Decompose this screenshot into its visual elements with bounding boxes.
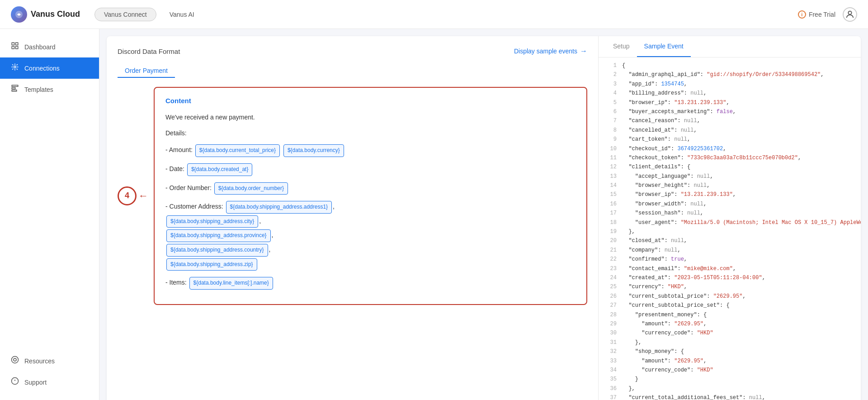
step-arrow-icon: ← <box>138 190 148 202</box>
json-line: 2 "admin_graphql_api_id": "gid://shopify… <box>599 70 861 79</box>
main-content: Discord Data Format Display sample event… <box>99 29 868 400</box>
var-city[interactable]: ${data.body.shipping_address.city} <box>166 215 258 228</box>
info-icon: i <box>798 10 806 19</box>
svg-rect-2 <box>12 43 14 45</box>
right-panel-tabs: Setup Sample Event <box>599 36 861 57</box>
right-panel: Setup Sample Event 1{ 2 "admin_graphql_a… <box>599 36 861 400</box>
sidebar-item-resources[interactable]: Resources <box>0 350 99 371</box>
json-line: 13 "accept_language": null, <box>599 172 861 181</box>
nav-vanus-connect[interactable]: Vanus Connect <box>94 8 156 21</box>
topnav-right: i Free Trial <box>798 7 857 22</box>
json-line: 28 "presentment_money": { <box>599 310 861 319</box>
svg-point-6 <box>14 66 16 68</box>
templates-icon <box>11 84 19 95</box>
json-viewer[interactable]: 1{ 2 "admin_graphql_api_id": "gid://shop… <box>599 57 861 400</box>
resources-icon <box>11 356 19 366</box>
var-line-items[interactable]: ${data.body.line_items[:].name} <box>189 277 273 290</box>
var-total-price[interactable]: ${data.body.current_total_price} <box>195 144 280 157</box>
json-line: 1{ <box>599 61 861 70</box>
json-line: 33 "amount": "2629.95", <box>599 357 861 366</box>
panel-header: Discord Data Format Display sample event… <box>118 47 587 55</box>
json-line: 31 }, <box>599 338 861 347</box>
arrow-right-icon: → <box>580 47 587 55</box>
json-line: 15 "browser_ip": "13.231.239.133", <box>599 190 861 199</box>
json-line: 20 "closed_at": null, <box>599 236 861 245</box>
json-line: 18 "user_agent": "Mozilla/5.0 (Macintosh… <box>599 218 861 227</box>
var-currency[interactable]: ${data.body.currency} <box>283 144 344 157</box>
tab-setup[interactable]: Setup <box>606 36 637 57</box>
json-line: 19 }, <box>599 227 861 236</box>
json-line: 26 "current_subtotal_price": "2629.95", <box>599 292 861 301</box>
support-icon <box>11 377 19 387</box>
json-line: 5 "browser_ip": "13.231.239.133", <box>599 98 861 107</box>
var-zip[interactable]: ${data.body.shipping_address.zip} <box>166 258 257 271</box>
svg-rect-9 <box>12 90 17 91</box>
json-line: 11 "checkout_token": "733c98c3aa03a7c8b1… <box>599 153 861 162</box>
content-line-2: Details: <box>165 128 576 139</box>
app-logo[interactable]: Vanus Cloud <box>11 6 80 23</box>
json-line: 16 "browser_width": null, <box>599 200 861 209</box>
user-avatar[interactable] <box>843 7 857 22</box>
sidebar-item-connections[interactable]: Connections <box>0 57 99 79</box>
json-line: 22 "confirmed": true, <box>599 255 861 264</box>
free-trial-button[interactable]: i Free Trial <box>798 10 835 19</box>
sidebar-label-connections: Connections <box>24 65 60 72</box>
nav-vanus-ai[interactable]: Vanus AI <box>160 8 204 21</box>
json-line: 37 "current_total_additional_fees_set": … <box>599 393 861 400</box>
content-line-address: - Customer Address: ${data.body.shipping… <box>165 200 576 271</box>
content-line-amount: - Amount: ${data.body.current_total_pric… <box>165 143 576 158</box>
svg-rect-5 <box>16 47 18 49</box>
connections-icon <box>11 63 19 73</box>
svg-rect-3 <box>16 43 18 45</box>
top-navigation: Vanus Cloud Vanus Connect Vanus AI i Fre… <box>0 0 868 29</box>
json-line: 8 "cancelled_at": null, <box>599 126 861 135</box>
sidebar-label-templates: Templates <box>24 86 53 93</box>
json-line: 35 } <box>599 375 861 384</box>
sidebar-item-templates[interactable]: Templates <box>0 79 99 100</box>
order-payment-tab[interactable]: Order Payment <box>118 64 175 78</box>
var-country[interactable]: ${data.body.shipping_address.country} <box>166 244 268 257</box>
svg-point-10 <box>12 357 19 363</box>
json-line: 6 "buyer_accepts_marketing": false, <box>599 107 861 116</box>
json-line: 32 "shop_money": { <box>599 347 861 356</box>
json-line: 17 "session_hash": null, <box>599 209 861 218</box>
nav-pills: Vanus Connect Vanus AI <box>94 8 204 21</box>
tab-sample-event[interactable]: Sample Event <box>637 36 691 57</box>
svg-point-11 <box>14 358 16 361</box>
app-name: Vanus Cloud <box>31 10 80 19</box>
sidebar: Dashboard Connections Templates Reso <box>0 29 99 400</box>
json-line: 7 "cancel_reason": null, <box>599 116 861 125</box>
content-area: Discord Data Format Display sample event… <box>107 36 861 400</box>
json-line: 27 "current_subtotal_price_set": { <box>599 301 861 310</box>
var-address1[interactable]: ${data.body.shipping_address.address1} <box>226 201 332 214</box>
json-line: 14 "browser_height": null, <box>599 181 861 190</box>
json-line: 34 "currency_code": "HKD" <box>599 366 861 375</box>
json-line: 25 "currency": "HKD", <box>599 282 861 291</box>
left-panel: Discord Data Format Display sample event… <box>107 36 599 400</box>
display-sample-events-button[interactable]: Display sample events → <box>514 47 587 55</box>
json-line: 36 }, <box>599 384 861 393</box>
json-line: 12 "client_details": { <box>599 162 861 171</box>
json-line: 4 "billing_address": null, <box>599 89 861 98</box>
logo-icon <box>11 6 27 23</box>
sidebar-item-dashboard[interactable]: Dashboard <box>0 36 99 57</box>
var-created-at[interactable]: ${data.body.created_at} <box>187 163 253 176</box>
content-card: Content We've received a new payment. De… <box>154 87 587 305</box>
content-line-date: - Date: ${data.body.created_at} <box>165 162 576 177</box>
var-province[interactable]: ${data.body.shipping_address.province} <box>166 229 271 242</box>
json-line: 21 "company": null, <box>599 246 861 255</box>
var-order-number[interactable]: ${data.body.order_number} <box>214 182 288 195</box>
svg-point-1 <box>848 11 851 14</box>
content-card-title: Content <box>165 97 576 105</box>
sidebar-item-support[interactable]: Support <box>0 371 99 393</box>
format-title: Discord Data Format <box>118 48 180 55</box>
content-line-1: We've received a new payment. <box>165 112 576 123</box>
svg-rect-4 <box>12 47 14 49</box>
json-line: 3 "app_id": 1354745, <box>599 80 861 89</box>
step-4-circle: 4 <box>118 186 137 205</box>
content-line-items: - Items: ${data.body.line_items[:].name} <box>165 276 576 290</box>
sidebar-bottom: Resources Support <box>0 350 99 393</box>
svg-rect-7 <box>12 85 18 86</box>
json-line: 9 "cart_token": null, <box>599 135 861 144</box>
json-line: 10 "checkout_id": 36749225361702, <box>599 144 861 153</box>
